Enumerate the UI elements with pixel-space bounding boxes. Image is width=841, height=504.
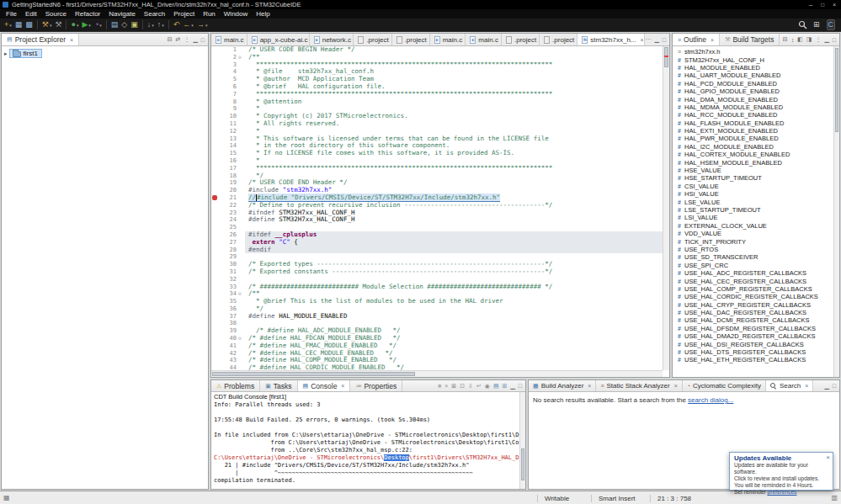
outline-item[interactable]: #USE_HAL_DFSDM_REGISTER_CALLBACKS	[673, 325, 833, 332]
outline-item[interactable]: #HSE_STARTUP_TIMEOUT	[673, 174, 833, 182]
dropdown-arrow-icon[interactable]: ▾	[50, 23, 52, 28]
outline-item[interactable]: #USE_SD_TRANSCEIVER	[673, 253, 833, 261]
hide-static-button[interactable]: ◨	[806, 36, 812, 43]
outline-item[interactable]: #HAL_UART_MODULE_ENABLED	[673, 72, 833, 79]
outline-scrollbar[interactable]	[833, 46, 839, 377]
maximize-panel-button[interactable]: □	[519, 383, 522, 389]
outline-scrollbar-thumb[interactable]	[835, 48, 838, 132]
last-edit-location-button[interactable]: ↶	[173, 19, 181, 30]
outline-item[interactable]: #HAL_CORTEX_MODULE_ENABLED	[673, 151, 833, 158]
outline-item[interactable]: #LSE_STARTUP_TIMEOUT	[673, 206, 833, 214]
close-popup-icon[interactable]: ×	[826, 454, 830, 461]
minimize-panel-button[interactable]: ▁	[193, 36, 197, 43]
outline-item[interactable]: #HAL_RCC_MODULE_ENABLED	[673, 111, 833, 119]
search-dialog-link[interactable]: search dialog...	[688, 396, 733, 404]
editor-horizontal-scrollbar-thumb[interactable]	[212, 372, 415, 376]
new-wizard-button[interactable]: +▾	[3, 19, 13, 30]
editor-tab-main-c[interactable]: cmain.c	[466, 34, 502, 45]
build-button[interactable]: ⚒▾	[41, 19, 53, 30]
view-menu-button[interactable]: ⋮	[815, 36, 821, 43]
editor-list-button[interactable]: ⋯	[645, 36, 651, 43]
open-element-button[interactable]: ◇	[120, 19, 128, 30]
maximize-editor-button[interactable]: □	[663, 37, 666, 43]
forward-button[interactable]: →▾	[196, 19, 209, 30]
clear-console-button[interactable]: ⊡	[460, 383, 465, 390]
fold-icon[interactable]: ⊖	[238, 290, 242, 298]
dropdown-arrow-icon[interactable]: ▾	[9, 23, 12, 28]
code-line[interactable]: 35 * @brief This is the list of modules …	[211, 298, 663, 305]
analyzer-tab-static-stack-analyzer[interactable]: ≡Static Stack Analyzer×	[596, 380, 682, 391]
code-line[interactable]: 24#define STM32H7xx_HAL_CONF_H	[211, 216, 663, 224]
outline-item[interactable]: #USE_HAL_COMP_REGISTER_CALLBACKS	[673, 285, 833, 293]
editor-tab-network-c[interactable]: cnetwork.c	[310, 34, 354, 45]
outline-item[interactable]: #HAL_PWR_MODULE_ENABLED	[673, 135, 833, 142]
outline-item[interactable]: #LSE_VALUE	[673, 198, 833, 205]
maximize-panel-button[interactable]: □	[833, 37, 836, 43]
editor-tab-stm32h7xx-h[interactable]: hstm32h7xx_h...×	[578, 34, 645, 45]
outline-item[interactable]: #LSI_VALUE	[673, 214, 833, 221]
collapse-all-button[interactable]: ⊟	[783, 36, 788, 43]
overview-error-marker[interactable]	[664, 56, 668, 57]
dropdown-arrow-icon[interactable]: ▾	[162, 23, 164, 28]
editor-tab-project[interactable]: .project	[540, 34, 578, 45]
console-tab-properties[interactable]: ≔Properties	[350, 380, 402, 391]
dropdown-arrow-icon[interactable]: ▾	[88, 23, 91, 28]
terminate-button[interactable]: ■	[438, 383, 441, 389]
fold-icon[interactable]: ⊖	[238, 335, 242, 342]
outline-item[interactable]: #HAL_MODULE_ENABLED	[673, 64, 833, 72]
console-scrollbar-thumb[interactable]	[521, 448, 524, 480]
close-tab-icon[interactable]: ×	[711, 37, 714, 43]
menu-item-run[interactable]: Run	[199, 9, 220, 19]
outline-item[interactable]: #USE_HAL_CRYP_REGISTER_CALLBACKS	[673, 301, 833, 309]
dropdown-arrow-icon[interactable]: ▾	[152, 23, 154, 28]
hide-fields-button[interactable]: ◧	[797, 36, 803, 43]
outline-item[interactable]: #USE_HAL_DTS_REGISTER_CALLBACKS	[673, 348, 833, 356]
outline-item[interactable]: #HSE_VALUE	[673, 167, 833, 174]
menu-item-source[interactable]: Source	[41, 9, 71, 19]
outline-item[interactable]: #HAL_HSEM_MODULE_ENABLED	[673, 158, 833, 166]
editor-horizontal-scrollbar[interactable]	[211, 370, 663, 377]
editor-tab-project[interactable]: .project	[502, 34, 540, 45]
analyzer-tab-build-analyzer[interactable]: ▦Build Analyzer×	[529, 380, 596, 391]
console-body[interactable]: CDT Build Console [first1] Info: Paralle…	[211, 392, 519, 489]
analyzer-tab-cyclomatic-complexity[interactable]: ◔Cyclomatic Complexity	[683, 380, 766, 391]
outline-item[interactable]: #VDD_VALUE	[673, 230, 833, 237]
outline-item[interactable]: #HAL_I2C_MODULE_ENABLED	[673, 143, 833, 151]
minimize-panel-button[interactable]: ▁	[824, 36, 828, 43]
close-tab-icon[interactable]: ×	[674, 383, 678, 389]
save-button[interactable]: ▦	[14, 19, 24, 30]
fold-icon[interactable]: ⊖	[238, 54, 242, 61]
minimize-panel-button[interactable]: ▁	[824, 383, 828, 390]
debug-button[interactable]: ●▾	[70, 19, 79, 30]
pin-console-button[interactable]: ◉	[485, 383, 490, 390]
editor-vertical-scrollbar[interactable]	[663, 46, 669, 370]
editor-tab-project[interactable]: .project	[354, 34, 391, 45]
cpp-perspective-button[interactable]: C	[827, 19, 836, 30]
next-annotation-button[interactable]: ↓▾	[146, 19, 155, 30]
code-line[interactable]: 15 * If no LICENSE file comes with this …	[211, 150, 663, 157]
outline-item[interactable]: #HAL_GPIO_MODULE_ENABLED	[673, 88, 833, 95]
back-button[interactable]: ←▾	[182, 19, 194, 30]
maximize-panel-button[interactable]: □	[833, 383, 836, 389]
close-tab-icon[interactable]: ×	[341, 383, 344, 389]
remove-launch-button[interactable]: ×	[444, 383, 448, 389]
outline-item[interactable]: #EXTERNAL_CLOCK_VALUE	[673, 222, 833, 230]
code-line[interactable]: 11 * All rights reserved.	[211, 120, 663, 128]
code-area[interactable]: 1/* USER CODE BEGIN Header */2⊖/**3 ****…	[211, 46, 663, 370]
code-line[interactable]: 17 *************************************…	[211, 165, 663, 172]
dropdown-arrow-icon[interactable]: ▾	[77, 23, 79, 28]
outline-item[interactable]: ≡stm32h7xx.h	[673, 48, 833, 56]
tree-item-first1[interactable]: ▸ first1	[4, 49, 42, 58]
editor-tab-project[interactable]: .project	[392, 34, 430, 45]
menu-item-search[interactable]: Search	[140, 9, 169, 19]
outline-tab-outline[interactable]: ≡Outline×	[673, 34, 720, 45]
search-icon[interactable]	[798, 20, 807, 29]
explorer-tab-project-explorer[interactable]: ▤Project Explorer×	[2, 34, 79, 45]
code-line[interactable]: 44/* #define HAL_CORDIC_MODULE_ENABLED *…	[211, 364, 663, 370]
link-editor-button[interactable]: ⇄	[176, 36, 181, 43]
dropdown-arrow-icon[interactable]: ▾	[99, 23, 102, 28]
outline-item[interactable]: #USE_HAL_DMA2D_REGISTER_CALLBACKS	[673, 332, 833, 340]
expand-arrow-icon[interactable]: ▸	[4, 50, 8, 57]
run-button[interactable]: ▶▾	[81, 19, 91, 30]
outline-item[interactable]: #HAL_MDMA_MODULE_ENABLED	[673, 103, 833, 111]
